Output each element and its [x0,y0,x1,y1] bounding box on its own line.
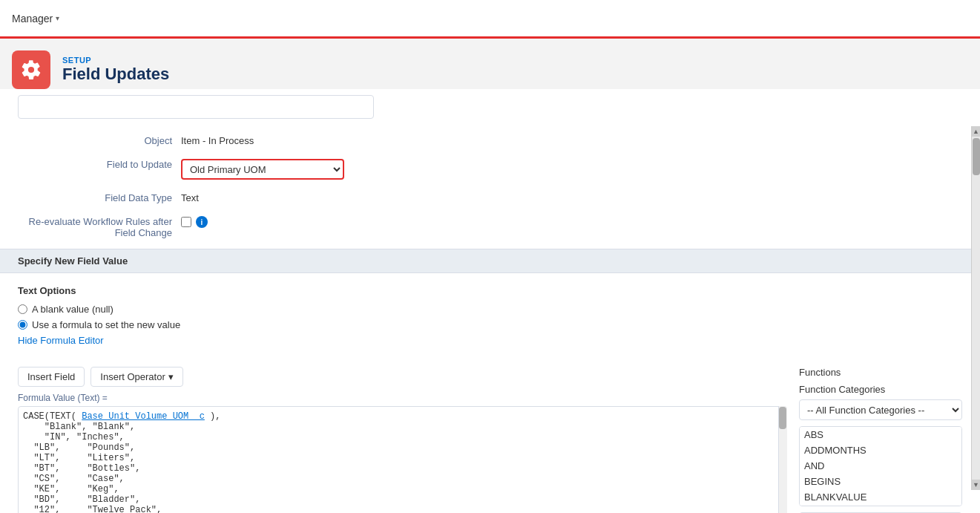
operator-chevron: ▾ [168,371,174,382]
form-area: Object Item - In Process Field to Update… [0,127,980,243]
top-nav: Manager ▾ [0,0,980,39]
function-categories-dropdown[interactable]: -- All Function Categories -- [799,399,962,420]
function-categories-label: Function Categories [799,384,962,395]
formula-textarea-wrap: CASE(TEXT( Base_Unit_Volume_UOM__c ), "B… [18,406,787,513]
header-icon-box [12,50,50,89]
section-title: Specify New Field Value [18,255,128,267]
field-to-update-row: Field to Update Old Primary UOM [0,151,980,184]
manager-nav[interactable]: Manager ▾ [12,13,59,24]
scroll-down-arrow[interactable]: ▼ [972,480,980,490]
manager-label: Manager [12,13,53,24]
top-textarea-row [0,89,980,127]
reevaluate-label: Re-evaluate Workflow Rules after Field C… [18,212,181,238]
main-content: Object Item - In Process Field to Update… [0,89,980,513]
insert-operator-button[interactable]: Insert Operator ▾ [91,367,182,387]
function-item-addmonths[interactable]: ADDMONTHS [800,442,961,458]
field-to-update-label: Field to Update [18,155,181,170]
checkbox-info: i [181,216,962,228]
formula-scroll-y[interactable] [778,406,787,513]
blank-value-radio[interactable] [18,304,27,314]
field-data-type-row: Field Data Type Text [0,184,980,208]
object-label: Object [18,131,181,146]
field-data-type-label: Field Data Type [18,189,181,203]
use-formula-radio[interactable] [18,320,27,330]
reevaluate-checkbox[interactable] [181,217,191,227]
object-row: Object Item - In Process [0,127,980,151]
blank-value-radio-row: A blank value (null) [18,304,962,315]
info-icon[interactable]: i [196,216,208,228]
hide-formula-link[interactable]: Hide Formula Editor [18,335,962,346]
functions-label: Functions [799,367,962,378]
function-item-blankvalue[interactable]: BLANKVALUE [800,489,961,505]
formula-area: Insert Field Insert Operator ▾ Formula V… [0,367,980,513]
setup-label: SETUP [62,56,169,65]
manager-chevron: ▾ [56,14,59,22]
object-value: Item - In Process [181,131,962,146]
function-item-and[interactable]: AND [800,458,961,474]
text-options-title: Text Options [18,285,962,296]
gear-icon [21,59,42,80]
reevaluate-row: Re-evaluate Workflow Rules after Field C… [0,208,980,243]
field-to-update-value: Old Primary UOM [181,155,962,180]
header-text: SETUP Field Updates [62,56,169,84]
function-item-br[interactable]: BR [800,505,961,506]
insert-buttons: Insert Field Insert Operator ▾ [18,367,787,387]
formula-textarea[interactable]: CASE(TEXT( Base_Unit_Volume_UOM__c ), "B… [18,406,787,513]
scroll-up-arrow[interactable]: ▲ [972,126,980,137]
functions-list[interactable]: ABS ADDMONTHS AND BEGINS BLANKVALUE BR [799,426,962,506]
formula-scroll-thumb [779,407,786,429]
formula-left: Insert Field Insert Operator ▾ Formula V… [18,367,787,513]
specify-field-value-section: Specify New Field Value [0,249,980,273]
use-formula-label: Use a formula to set the new value [32,319,180,330]
scroll-thumb[interactable] [973,138,980,175]
blank-value-label: A blank value (null) [32,304,114,315]
formula-value-label: Formula Value (Text) = [18,393,787,403]
text-options-section: Text Options A blank value (null) Use a … [0,273,980,367]
use-formula-radio-row: Use a formula to set the new value [18,319,962,330]
top-description-textarea[interactable] [18,95,374,119]
insert-field-button[interactable]: Insert Field [18,367,85,387]
function-item-begins[interactable]: BEGINS [800,474,961,489]
formula-code: CASE(TEXT( Base_Unit_Volume_UOM__c ), "B… [23,411,782,513]
functions-panel: Functions Function Categories -- All Fun… [799,367,962,513]
reevaluate-value: i [181,212,962,228]
page-scrollbar[interactable]: ▲ ▼ [971,126,980,490]
field-link[interactable]: Base_Unit_Volume_UOM__c [82,411,205,422]
function-item-abs[interactable]: ABS [800,427,961,442]
field-to-update-select[interactable]: Old Primary UOM [181,159,344,180]
page-title: Field Updates [62,65,169,84]
field-data-type-value: Text [181,189,962,203]
